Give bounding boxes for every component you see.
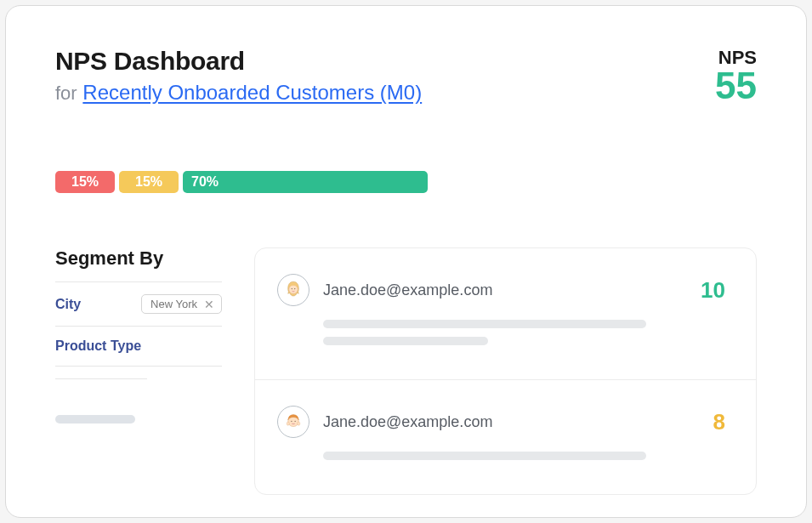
close-icon[interactable]: ✕ xyxy=(204,298,214,310)
page-title: NPS Dashboard xyxy=(55,47,422,76)
person-female-icon xyxy=(281,278,305,302)
segment-row-city[interactable]: City New York ✕ xyxy=(55,282,222,327)
nps-distribution-bar: 15% 15% 70% xyxy=(55,171,757,193)
segment-label-city[interactable]: City xyxy=(55,297,81,312)
response-header: Jane.doe@example.com 10 xyxy=(277,274,725,306)
response-body-placeholder xyxy=(323,452,725,460)
responses-list: Jane.doe@example.com 10 xyxy=(254,247,757,495)
segment-label-product-type[interactable]: Product Type xyxy=(55,338,141,354)
passive-pct: 15% xyxy=(135,174,162,190)
svg-point-0 xyxy=(289,285,298,294)
title-block: NPS Dashboard for Recently Onboarded Cus… xyxy=(55,47,422,105)
placeholder-bar xyxy=(323,452,646,460)
filter-chip-label: New York xyxy=(150,298,197,310)
svg-point-2 xyxy=(294,288,295,289)
passive-segment: 15% xyxy=(119,171,179,193)
promoter-pct: 70% xyxy=(191,174,219,190)
divider xyxy=(55,378,147,379)
svg-point-4 xyxy=(291,421,292,422)
page-subtitle: for Recently Onboarded Customers (M0) xyxy=(55,81,422,105)
avatar xyxy=(277,406,309,438)
header-row: NPS Dashboard for Recently Onboarded Cus… xyxy=(55,47,757,105)
segment-by-panel: Segment By City New York ✕ Product Type xyxy=(55,247,222,424)
response-body-placeholder xyxy=(323,320,725,345)
dashboard-card: NPS Dashboard for Recently Onboarded Cus… xyxy=(5,5,807,518)
response-email: Jane.doe@example.com xyxy=(323,413,700,431)
detractor-pct: 15% xyxy=(71,174,99,190)
avatar xyxy=(277,274,309,306)
promoter-segment: 70% xyxy=(183,171,428,193)
svg-point-1 xyxy=(292,288,292,289)
placeholder-bar xyxy=(323,337,488,345)
svg-point-5 xyxy=(294,421,295,422)
response-row[interactable]: Jane.doe@example.com 10 xyxy=(255,248,756,380)
response-score: 8 xyxy=(713,409,725,435)
detractor-segment: 15% xyxy=(55,171,115,193)
segment-by-title: Segment By xyxy=(55,247,222,270)
response-email: Jane.doe@example.com xyxy=(323,281,687,299)
response-header: Jane.doe@example.com 8 xyxy=(277,406,725,438)
segment-link[interactable]: Recently Onboarded Customers (M0) xyxy=(82,81,422,104)
nps-value: 55 xyxy=(715,67,757,105)
nps-score-block: NPS 55 xyxy=(715,47,757,105)
response-row[interactable]: Jane.doe@example.com 8 xyxy=(255,380,756,494)
person-male-icon xyxy=(281,410,305,434)
segment-row-product-type[interactable]: Product Type xyxy=(55,327,222,367)
scrollbar-handle[interactable] xyxy=(55,415,135,424)
response-score: 10 xyxy=(701,277,725,304)
lower-section: Segment By City New York ✕ Product Type xyxy=(55,247,757,495)
placeholder-bar xyxy=(323,320,646,328)
filter-chip-city[interactable]: New York ✕ xyxy=(141,294,222,314)
for-prefix: for xyxy=(55,82,77,104)
